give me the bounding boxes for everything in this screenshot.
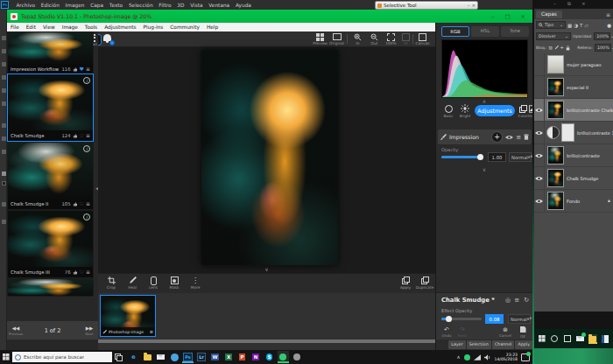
visibility-toggle[interactable] [534, 167, 545, 190]
task-view-button[interactable] [112, 352, 124, 362]
adjustments-tab-button[interactable]: Adjustments [475, 105, 515, 116]
panel-menu-icon[interactable]: ≡ [606, 11, 613, 18]
topaz-menu-file[interactable]: File [7, 24, 23, 30]
topaz-menu-adjustments[interactable]: Adjustments [101, 24, 139, 30]
layer-row-brillo-contraste-chalk-smudge-ii[interactable]: brillo/contraste Chalk Smudge II [534, 99, 613, 122]
layer-thumbnail[interactable] [547, 146, 564, 164]
cortana-icon[interactable] [551, 334, 560, 344]
tab-apply[interactable]: Apply [515, 340, 532, 349]
topaz-menu-image[interactable]: Image [59, 24, 81, 30]
opacity-slider-knob[interactable] [477, 154, 483, 160]
prev-page-button[interactable]: ◀◀ Previous [7, 326, 25, 336]
topaz-menu-edit[interactable]: Edit [23, 24, 39, 30]
basic-tab[interactable]: Basic [441, 103, 455, 118]
filter-pixel-layers-icon[interactable]: ▦ [567, 23, 572, 28]
photoshop-icon[interactable]: Ps [182, 351, 194, 363]
visibility-toggle[interactable] [534, 190, 545, 213]
filmstrip-item-selected[interactable]: Photoshop-image ⊗ [100, 295, 156, 337]
fill-value[interactable]: 100%⌄ [595, 44, 611, 52]
excel-icon[interactable]: X [223, 351, 235, 363]
lightroom-icon[interactable]: Lr [196, 351, 208, 363]
visibility-toggle[interactable] [534, 76, 545, 99]
zoom-100-button[interactable]: 100% [384, 32, 398, 46]
thumbs-up-icon[interactable] [73, 201, 78, 206]
favorite-heart-icon[interactable]: ♡ [80, 270, 84, 275]
thumbs-up-icon[interactable] [73, 270, 78, 275]
favorite-heart-icon[interactable]: ♡ [80, 133, 84, 138]
tab-layer[interactable]: Layer [448, 340, 465, 349]
info-icon[interactable]: i [83, 77, 90, 84]
blend-mode-dropdown[interactable]: Normal▲▼ [509, 152, 532, 162]
layer-row-brillo-contraste[interactable]: brillo/contraste [534, 144, 613, 167]
lock-brush-icon[interactable] [554, 46, 559, 50]
histogram-tab-tone[interactable]: Tone [501, 26, 529, 37]
preset-menu-icon[interactable]: ≡ [86, 270, 90, 275]
delete-trash-icon[interactable] [524, 134, 529, 140]
zoom-in-button[interactable]: In [350, 32, 365, 46]
edited-image[interactable] [201, 50, 338, 265]
selective-tool-minimize-icon[interactable]: – [468, 3, 470, 8]
app-minimize-icon[interactable]: – [553, 1, 556, 6]
heal-tool-button[interactable]: Heal [123, 276, 142, 291]
network-icon[interactable] [474, 354, 481, 360]
favorite-heart-icon[interactable]: ♡ [80, 201, 84, 206]
layer-mask-thumbnail[interactable] [561, 123, 574, 142]
effect-opacity-value[interactable]: 0.08 [485, 314, 504, 324]
adjustment-menu-icon[interactable]: ≡ [516, 134, 521, 141]
filter-pin-icon[interactable]: ● [607, 23, 611, 28]
layer-row-mujer-paraguas[interactable]: mujer paraguas [534, 53, 613, 76]
taskbar-search-input[interactable]: Escribe aquí para buscar [12, 352, 112, 362]
action-center-icon[interactable] [521, 354, 530, 361]
volume-icon[interactable] [484, 354, 491, 360]
layer-thumbnail[interactable] [547, 55, 564, 74]
adjustment-layer-icon[interactable] [546, 126, 560, 139]
preset-card-partial[interactable] [7, 278, 94, 297]
visibility-eye-icon[interactable] [505, 135, 513, 140]
lens-tool-button[interactable]: Lens [144, 276, 163, 291]
menu-texto[interactable]: Texto [106, 3, 125, 8]
notifications-bell-icon[interactable] [101, 32, 115, 46]
preset-card-chalk-smudge-iii[interactable]: i Chalk Smudge III 76 ♡ ≡ [7, 210, 94, 278]
opacity-value[interactable]: 1.00 [488, 152, 506, 162]
visibility-toggle[interactable] [534, 122, 545, 144]
opacity-slider[interactable] [441, 156, 483, 158]
zoom-out-button[interactable]: Out [367, 32, 382, 46]
visibility-toggle[interactable] [534, 99, 545, 122]
lock-position-icon[interactable]: ✛ [560, 46, 564, 51]
undo-button[interactable]: ↶Undo [439, 326, 454, 338]
skype-icon[interactable]: S [264, 351, 275, 363]
topaz-studio-icon[interactable] [278, 351, 289, 363]
topaz-menu-view[interactable]: View [39, 24, 59, 30]
filter-type-layers-icon[interactable]: T [580, 23, 582, 28]
menu-capa[interactable]: Capa [88, 3, 107, 8]
preset-menu-icon[interactable]: ≡ [86, 201, 90, 206]
histogram-tab-rgb[interactable]: RGB [441, 26, 469, 37]
topaz-minimize-icon[interactable]: – [488, 13, 497, 20]
reset-icon[interactable]: ↻ [524, 297, 529, 304]
tab-channel[interactable]: Channel [492, 340, 515, 349]
original-button[interactable]: Original [329, 32, 344, 46]
file-explorer-icon[interactable] [588, 334, 597, 344]
info-icon[interactable]: i [83, 145, 90, 152]
mail-icon[interactable] [576, 334, 585, 344]
menu-ventana[interactable]: Ventana [206, 3, 233, 8]
canvas-collapse-icon[interactable]: ∨ [98, 266, 435, 272]
filter-type-dropdown[interactable]: Tipo ⌄ [536, 21, 566, 29]
add-adjustment-icon[interactable]: + [491, 131, 503, 143]
menu-vista[interactable]: Vista [187, 3, 206, 8]
ok-button[interactable]: OK [515, 326, 531, 339]
opacity-value-ps[interactable]: 100%⌄ [594, 32, 610, 40]
hidden-icons-chevron[interactable]: ∧ [456, 354, 460, 360]
app-close-icon[interactable]: × [581, 1, 586, 6]
powerpoint-icon[interactable]: P [236, 351, 248, 363]
preview-button[interactable]: Preview [313, 32, 328, 46]
menu-seleccion[interactable]: Selección [126, 3, 156, 8]
effect-menu-icon[interactable]: ≡ [514, 297, 519, 304]
layer-thumbnail[interactable] [547, 101, 564, 119]
layer-thumbnail[interactable] [547, 78, 564, 96]
task-view-icon[interactable] [563, 334, 572, 344]
layer-row-chalk-smudge[interactable]: Chalk Smudge [534, 167, 613, 190]
topaz-maximize-icon[interactable]: ▢ [501, 13, 513, 20]
more-tools-button[interactable]: ⋮ More [186, 276, 205, 291]
topaz-menu-tools[interactable]: Tools [81, 24, 101, 30]
